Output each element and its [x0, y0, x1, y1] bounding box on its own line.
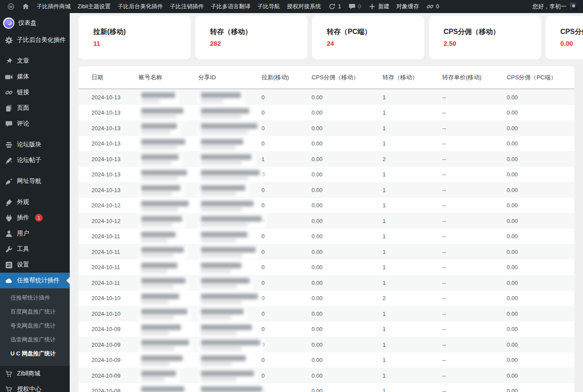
redaction-bar	[141, 371, 176, 376]
links-button[interactable]: 0	[423, 0, 443, 13]
forum-icon	[4, 140, 13, 149]
table-cell: 0.00	[312, 94, 383, 101]
admin-bar-menu-item[interactable]: 子比注销插件	[166, 0, 207, 13]
redaction-bar	[141, 362, 169, 366]
table-cell	[198, 229, 261, 244]
avatar[interactable]	[570, 3, 578, 10]
numeric-value: 0.00	[312, 218, 322, 224]
table-cell	[198, 182, 261, 198]
table-cell	[139, 89, 198, 105]
media-icon	[4, 72, 13, 81]
sidebar-item[interactable]: 媒体	[0, 69, 70, 84]
table-cell	[198, 337, 261, 352]
admin-bar-menu-label: 子比后台美化插件	[118, 3, 163, 10]
sidebar-item[interactable]: 网址导航	[0, 173, 70, 189]
table-cell	[139, 151, 198, 167]
redaction-bar	[201, 208, 242, 211]
admin-bar-menu-item[interactable]: 子比后台美化插件	[114, 0, 166, 13]
numeric-value: 1	[383, 357, 386, 363]
admin-bar-menu-item[interactable]: 子比导航	[254, 0, 284, 13]
table-cell: 0.00	[312, 295, 383, 301]
date-value: 2024-10-13	[92, 140, 121, 147]
table-cell: --	[442, 311, 507, 317]
numeric-value: --	[442, 311, 446, 317]
submenu-item-current[interactable]: U C 网盘推广统计	[0, 347, 70, 361]
table-cell: 2024-10-11	[92, 233, 139, 240]
sidebar-item[interactable]: 论坛版块	[0, 137, 70, 152]
sidebar-item-label: 用户	[17, 230, 29, 237]
numeric-value: --	[442, 280, 446, 286]
table-cell: 0	[261, 140, 312, 147]
stat-card-value: 11	[93, 40, 191, 47]
sidebar-item[interactable]: 工具	[0, 241, 70, 257]
admin-bar-menu-item[interactable]: 子比插件商城	[33, 0, 74, 13]
table-cell: 0.00	[312, 388, 383, 392]
blurred-share-id	[198, 338, 264, 352]
sidebar-item[interactable]: 用户	[0, 226, 70, 241]
home-button[interactable]	[18, 0, 33, 13]
sidebar-item[interactable]: 仪表盘	[0, 13, 70, 32]
wordpress-admin: W子比插件商城Zibll主题设置子比后台美化插件子比注销插件子比多语言翻译子比导…	[0, 0, 583, 392]
blurred-account-name	[139, 138, 189, 152]
table-cell: 1	[383, 218, 442, 224]
redaction-bar	[141, 201, 189, 206]
sidebar-item[interactable]: 论坛帖子	[0, 152, 70, 168]
admin-bar-menu-item[interactable]: 授权对接系统	[284, 0, 325, 13]
submenu-item[interactable]: 百度网盘推广统计	[0, 305, 70, 319]
numeric-value: --	[442, 326, 446, 332]
numeric-value: 1	[383, 202, 386, 209]
sidebar-item-active[interactable]: 任推帮统计插件	[0, 273, 70, 288]
numeric-value: 0.00	[507, 202, 518, 209]
submenu-item[interactable]: 任推帮统计插件	[0, 291, 70, 305]
table-cell: 0	[261, 295, 312, 301]
sidebar-item[interactable]: 插件1	[0, 210, 70, 226]
table-cell: 2024-10-13	[92, 171, 139, 178]
sidebar-item[interactable]: 授权中心	[0, 382, 70, 392]
table-cell: 2024-10-13	[92, 187, 139, 193]
sidebar-item[interactable]: 外观	[0, 194, 70, 210]
wordpress-icon: W	[7, 3, 15, 10]
numeric-value: 0.00	[312, 202, 322, 209]
redaction-bar	[201, 270, 231, 273]
submenu-item[interactable]: 迅雷网盘推广统计	[0, 333, 70, 347]
sidebar-item[interactable]: Zibll商城	[0, 366, 70, 382]
table-row: 2024-10-0900.001--0.00	[78, 321, 574, 337]
sidebar-item[interactable]: 文章	[0, 53, 70, 69]
admin-bar-menu-item[interactable]: Zibll主题设置	[74, 0, 114, 13]
table-cell: 0.00	[507, 388, 574, 392]
table-cell	[139, 229, 198, 244]
admin-bar-menu-item[interactable]: 子比多语言翻译	[207, 0, 254, 13]
comments-button[interactable]: 0	[345, 0, 365, 13]
numeric-value: 0	[261, 233, 264, 240]
redaction-bar	[141, 223, 173, 226]
redaction-bar	[141, 247, 184, 253]
svg-text:W: W	[9, 5, 13, 9]
submenu-item[interactable]: 夸克网盘推广统计	[0, 319, 70, 333]
admin-bar-menu-label: Zibll主题设置	[78, 3, 111, 10]
numeric-value: 1	[383, 280, 386, 286]
updates-count: 1	[338, 3, 341, 10]
table-cell: --	[442, 94, 507, 101]
numeric-value: 0.00	[312, 94, 322, 101]
sidebar-item[interactable]: 评论	[0, 116, 70, 132]
numeric-value: 0	[261, 125, 264, 132]
numeric-value: 1	[383, 326, 386, 332]
date-value: 2024-10-13	[92, 171, 121, 178]
table-cell: 0.00	[312, 357, 383, 363]
greeting-user-link[interactable]: 您好，李初一	[532, 3, 566, 10]
sidebar-item[interactable]: 设置	[0, 257, 70, 273]
date-value: 2024-10-10	[92, 311, 121, 317]
wordpress-logo-button[interactable]: W	[3, 0, 18, 13]
new-content-button[interactable]: 新建	[365, 0, 393, 13]
table-cell	[198, 244, 261, 260]
date-value: 2024-10-08	[92, 388, 121, 392]
table-cell	[139, 306, 198, 321]
updates-button[interactable]: 1	[325, 0, 345, 13]
stat-card-label: CPS分佣（PC端）	[560, 27, 583, 37]
object-cache-button[interactable]: 对象缓存	[393, 0, 423, 13]
sidebar-item[interactable]: 页面	[0, 100, 70, 116]
sidebar-item[interactable]: 子比后台美化插件	[0, 32, 70, 48]
sidebar-item[interactable]: 链接	[0, 84, 70, 100]
blurred-account-name	[139, 184, 184, 198]
table-cell: 0.00	[312, 171, 383, 178]
